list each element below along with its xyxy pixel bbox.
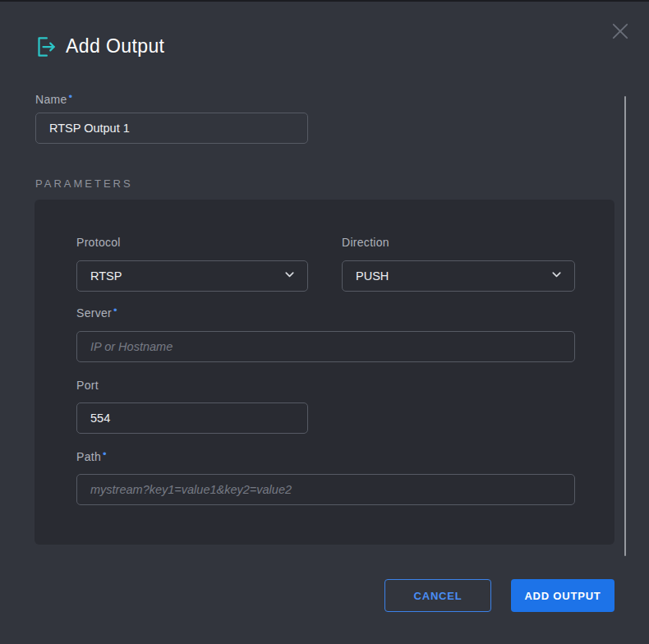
port-label-text: Port xyxy=(76,379,99,392)
name-label-text: Name xyxy=(35,93,67,106)
server-label-text: Server xyxy=(76,306,112,320)
chevron-down-icon xyxy=(550,269,563,284)
path-label-text: Path xyxy=(76,450,101,463)
parameters-heading: PARAMETERS xyxy=(35,177,133,190)
protocol-label: Protocol xyxy=(76,236,121,249)
direction-label-text: Direction xyxy=(342,236,389,249)
protocol-label-text: Protocol xyxy=(76,236,121,249)
chevron-down-icon xyxy=(283,269,296,284)
name-label: Name• xyxy=(35,93,72,106)
close-icon xyxy=(609,20,632,45)
port-input[interactable] xyxy=(76,402,308,434)
output-icon xyxy=(33,34,58,59)
path-input[interactable] xyxy=(76,474,575,505)
cancel-button[interactable]: CANCEL xyxy=(384,579,491,612)
path-label: Path• xyxy=(76,450,107,463)
dialog-top-edge xyxy=(0,0,649,2)
protocol-selected-value: RTSP xyxy=(90,269,122,283)
required-marker: • xyxy=(103,450,107,458)
parameters-panel: Protocol RTSP Direction PUSH Server• xyxy=(35,200,614,545)
port-label: Port xyxy=(76,379,99,392)
server-label: Server• xyxy=(76,306,117,320)
direction-selected-value: PUSH xyxy=(356,269,389,283)
name-input[interactable] xyxy=(35,113,308,144)
direction-select[interactable]: PUSH xyxy=(342,260,575,292)
scrollbar[interactable] xyxy=(624,96,626,556)
required-marker: • xyxy=(113,306,117,315)
protocol-select[interactable]: RTSP xyxy=(76,260,308,292)
direction-label: Direction xyxy=(342,236,389,249)
close-button[interactable] xyxy=(606,18,634,46)
add-output-button[interactable]: ADD OUTPUT xyxy=(511,579,614,612)
dialog-title: Add Output xyxy=(66,35,164,58)
required-marker: • xyxy=(69,93,73,101)
server-input[interactable] xyxy=(76,331,575,362)
